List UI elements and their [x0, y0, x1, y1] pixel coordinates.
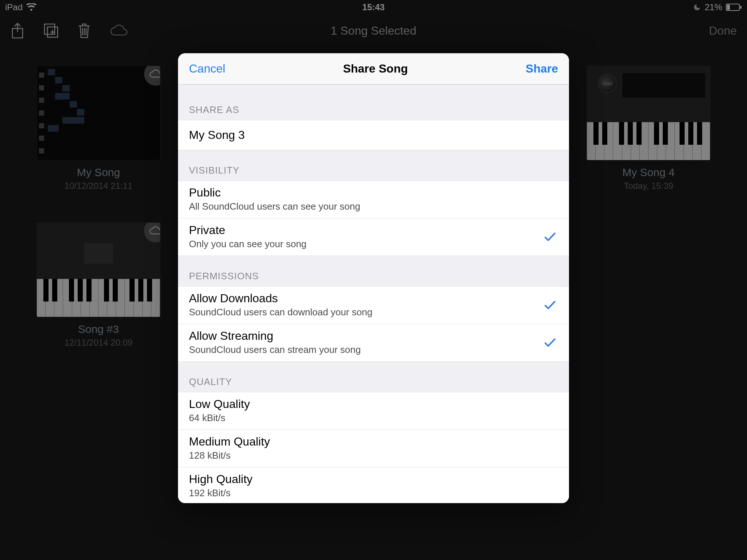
checkmark-icon [544, 300, 556, 310]
row-title: Private [189, 223, 558, 237]
device-label: iPad [5, 2, 23, 12]
quality-low-row[interactable]: Low Quality 64 kBit/s [178, 392, 569, 430]
row-title: Allow Downloads [189, 292, 558, 305]
battery-percent: 21% [705, 2, 722, 12]
share-as-field[interactable]: My Song 3 [178, 120, 569, 150]
share-icon[interactable] [10, 22, 25, 39]
song-card[interactable]: Song #3 12/11/2014 20:09 [36, 222, 160, 348]
svg-rect-1 [727, 5, 730, 10]
duplicate-icon[interactable] [43, 23, 59, 39]
cloud-badge-icon [144, 222, 160, 242]
song-name: My Song 4 [587, 166, 711, 179]
checkmark-icon [544, 338, 556, 347]
row-subtitle: SoundCloud users can stream your song [189, 344, 558, 355]
section-header-share-as: SHARE AS [178, 85, 569, 120]
song-date: 12/11/2014 20:09 [36, 338, 160, 348]
visibility-public-row[interactable]: Public All SoundCloud users can see your… [178, 180, 569, 218]
song-card[interactable]: start My Song 4 Today, 15:39 [587, 66, 711, 191]
svg-rect-4 [44, 24, 55, 34]
section-header-visibility: VISIBILITY [178, 150, 569, 180]
done-button[interactable]: Done [709, 24, 737, 37]
row-subtitle: All SoundCloud users can see your song [189, 201, 558, 212]
song-date: Today, 15:39 [587, 181, 711, 191]
status-time: 15:43 [362, 2, 384, 12]
row-title: Allow Streaming [189, 329, 558, 343]
song-date: 10/12/2014 21:11 [36, 181, 160, 191]
allow-downloads-row[interactable]: Allow Downloads SoundCloud users can dow… [178, 286, 569, 324]
do-not-disturb-icon [693, 3, 701, 11]
row-title: High Quality [189, 472, 558, 486]
row-subtitle: 128 kBit/s [189, 450, 558, 461]
row-subtitle: Only you can see your song [189, 238, 558, 250]
modal-header: Cancel Share Song Share [178, 53, 569, 85]
share-as-value: My Song 3 [189, 128, 558, 142]
cloud-icon[interactable] [109, 24, 128, 37]
cancel-button[interactable]: Cancel [189, 62, 225, 75]
quality-high-row[interactable]: High Quality 192 kBit/s [178, 467, 569, 503]
song-thumbnail: start [587, 66, 711, 160]
song-name: My Song [36, 166, 160, 179]
song-thumbnail [36, 66, 160, 160]
trash-icon[interactable] [77, 22, 91, 39]
section-header-permissions: PERMISSIONS [178, 256, 569, 286]
start-knob: start [598, 74, 617, 93]
row-title: Public [189, 186, 558, 199]
allow-streaming-row[interactable]: Allow Streaming SoundCloud users can str… [178, 324, 569, 362]
row-title: Low Quality [189, 397, 558, 411]
share-song-modal: Cancel Share Song Share SHARE AS My Song… [178, 53, 569, 503]
battery-icon [726, 4, 742, 11]
row-subtitle: SoundCloud users can download your song [189, 307, 558, 318]
toolbar-title: 1 Song Selected [331, 24, 417, 38]
visibility-private-row[interactable]: Private Only you can see your song [178, 218, 569, 256]
row-subtitle: 64 kBit/s [189, 412, 558, 424]
status-bar: iPad 15:43 21% [0, 0, 747, 15]
modal-title: Share Song [343, 62, 408, 75]
quality-medium-row[interactable]: Medium Quality 128 kBit/s [178, 430, 569, 467]
checkmark-icon [544, 232, 556, 242]
song-thumbnail [36, 222, 160, 317]
toolbar: 1 Song Selected Done [0, 15, 747, 47]
song-name: Song #3 [36, 323, 160, 335]
wifi-icon [26, 3, 36, 11]
svg-rect-2 [740, 6, 742, 9]
row-title: Medium Quality [189, 435, 558, 448]
share-button[interactable]: Share [526, 62, 558, 75]
section-header-quality: QUALITY [178, 362, 569, 392]
song-card[interactable]: My Song 10/12/2014 21:11 [36, 66, 160, 191]
row-subtitle: 192 kBit/s [189, 487, 558, 499]
